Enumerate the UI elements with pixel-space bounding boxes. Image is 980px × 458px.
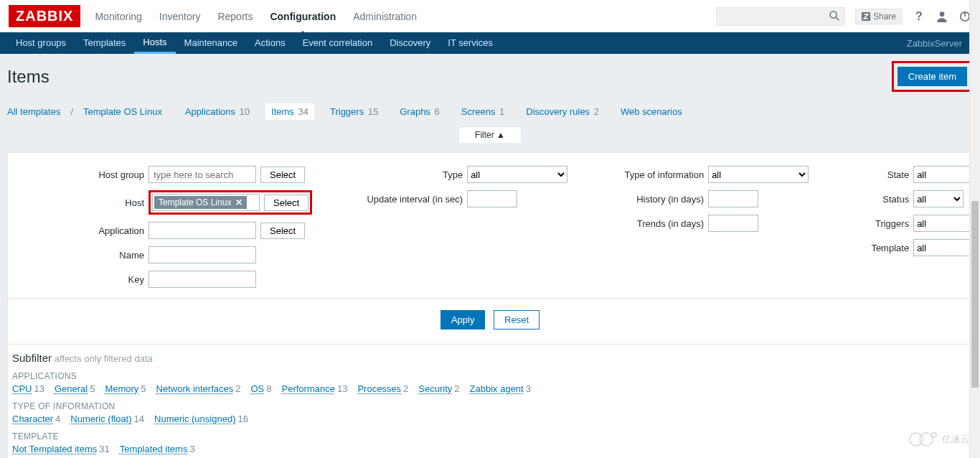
search-input[interactable] bbox=[721, 11, 829, 22]
update-input[interactable] bbox=[467, 190, 517, 207]
tab-items[interactable]: Items 34 bbox=[265, 103, 314, 120]
create-item-button[interactable]: Create item bbox=[897, 67, 967, 86]
type-label: Type bbox=[355, 169, 463, 180]
nav-actions[interactable]: Actions bbox=[246, 32, 294, 54]
subfilter-heading: TEMPLATE bbox=[12, 431, 968, 441]
nav-event-correlation[interactable]: Event correlation bbox=[294, 32, 382, 54]
template-label: Template bbox=[852, 243, 909, 253]
host-token: Template OS Linux ✕ bbox=[154, 196, 247, 209]
key-input[interactable] bbox=[149, 271, 256, 288]
nav-context: ZabbixServer bbox=[896, 38, 973, 49]
subfilter-item[interactable]: Security2 bbox=[418, 383, 459, 394]
trends-label: Trends (in days) bbox=[611, 218, 704, 229]
zabbix-z-icon bbox=[862, 12, 870, 21]
subfilter-item[interactable]: OS8 bbox=[250, 383, 271, 394]
brand-logo[interactable]: ZABBIX bbox=[9, 5, 80, 27]
subfilter-item[interactable]: CPU13 bbox=[12, 383, 44, 394]
subfilter-item[interactable]: Processes2 bbox=[357, 383, 408, 394]
tab-discovery-rules[interactable]: Discovery rules 2 bbox=[520, 103, 605, 120]
toi-select[interactable]: all bbox=[708, 166, 809, 183]
toi-label: Type of information bbox=[611, 169, 704, 180]
subfilter-item[interactable]: Templated items3 bbox=[120, 444, 195, 454]
host-field-highlight: Template OS Linux ✕ Select bbox=[149, 190, 312, 215]
application-input[interactable] bbox=[149, 222, 256, 239]
application-label: Application bbox=[72, 225, 144, 236]
apply-button[interactable]: Apply bbox=[440, 310, 486, 330]
topmenu-monitoring[interactable]: Monitoring bbox=[95, 11, 141, 22]
nav-hosts[interactable]: Hosts bbox=[134, 32, 175, 54]
hostgroup-label: Host group bbox=[72, 169, 144, 180]
host-label: Host bbox=[72, 197, 144, 208]
update-label: Update interval (in sec) bbox=[355, 194, 463, 205]
nav-templates[interactable]: Templates bbox=[75, 32, 134, 54]
subfilter-item[interactable]: Network interfaces2 bbox=[156, 383, 241, 394]
subfilter-item[interactable]: Performance13 bbox=[282, 383, 348, 394]
tab-triggers[interactable]: Triggers 15 bbox=[324, 103, 384, 120]
subfilter-item[interactable]: General5 bbox=[55, 383, 95, 394]
nav-it-services[interactable]: IT services bbox=[439, 32, 501, 54]
history-label: History (in days) bbox=[611, 194, 704, 205]
state-label: State bbox=[852, 169, 909, 180]
subfilter-item[interactable]: Numeric (float)14 bbox=[70, 413, 144, 424]
nav-maintenance[interactable]: Maintenance bbox=[176, 32, 246, 54]
hostgroup-select[interactable]: Select bbox=[260, 167, 305, 183]
hostgroup-input[interactable] bbox=[149, 166, 256, 183]
tab-web-scenarios[interactable]: Web scenarios bbox=[615, 103, 688, 120]
trends-input[interactable] bbox=[708, 215, 758, 232]
search-icon[interactable] bbox=[829, 10, 840, 23]
filter-toggle[interactable]: Filter ▲ bbox=[458, 126, 522, 143]
svg-point-3 bbox=[940, 11, 945, 17]
page-title: Items bbox=[7, 67, 50, 87]
nav-host-groups[interactable]: Host groups bbox=[7, 32, 75, 54]
reset-button[interactable]: Reset bbox=[494, 310, 540, 330]
subfilter-item[interactable]: Not Templated items31 bbox=[12, 444, 110, 454]
user-icon[interactable] bbox=[936, 10, 948, 23]
subfilter-item[interactable]: Zabbix agent3 bbox=[470, 383, 531, 394]
top-menu: MonitoringInventoryReportsConfigurationA… bbox=[95, 11, 416, 22]
triggers-label: Triggers bbox=[852, 218, 909, 229]
tab-screens[interactable]: Screens 1 bbox=[456, 103, 511, 120]
type-select[interactable]: all bbox=[467, 166, 567, 183]
help-icon[interactable]: ? bbox=[913, 10, 925, 23]
status-label: Status bbox=[852, 194, 909, 205]
tab-applications[interactable]: Applications 10 bbox=[179, 103, 255, 120]
scrollbar[interactable] bbox=[969, 0, 980, 458]
name-label: Name bbox=[72, 250, 144, 261]
subfilter-heading: TYPE OF INFORMATION bbox=[12, 401, 968, 411]
history-input[interactable] bbox=[708, 190, 758, 207]
bc-template-link[interactable]: Template OS Linux bbox=[83, 106, 162, 117]
subfilter-item[interactable]: Numeric (unsigned)16 bbox=[154, 413, 248, 424]
application-select[interactable]: Select bbox=[260, 223, 305, 239]
share-button[interactable]: Share bbox=[855, 9, 903, 24]
subfilter-heading: APPLICATIONS bbox=[12, 371, 968, 381]
subfilter-item[interactable]: Character4 bbox=[12, 413, 60, 424]
nav-discovery[interactable]: Discovery bbox=[381, 32, 439, 54]
topmenu-administration[interactable]: Administration bbox=[353, 11, 417, 22]
status-select[interactable]: all bbox=[913, 190, 963, 207]
host-select[interactable]: Select bbox=[264, 195, 308, 211]
subfilter-note: affects only filtered data bbox=[55, 353, 153, 364]
breadcrumb: All templates / Template OS Linux Applic… bbox=[7, 103, 973, 120]
svg-line-1 bbox=[836, 18, 839, 21]
topmenu-configuration[interactable]: Configuration bbox=[270, 11, 336, 22]
topmenu-inventory[interactable]: Inventory bbox=[159, 11, 201, 22]
svg-point-0 bbox=[830, 11, 837, 18]
key-label: Key bbox=[72, 274, 144, 285]
subfilter-item[interactable]: Memory5 bbox=[105, 383, 146, 394]
subfilter-title: Subfilter bbox=[12, 352, 52, 364]
global-search[interactable] bbox=[716, 7, 845, 26]
name-input[interactable] bbox=[149, 246, 256, 263]
bc-all-templates[interactable]: All templates bbox=[7, 106, 60, 117]
topmenu-reports[interactable]: Reports bbox=[217, 11, 253, 22]
tab-graphs[interactable]: Graphs 6 bbox=[394, 103, 445, 120]
create-item-highlight: Create item bbox=[892, 61, 973, 92]
host-input[interactable]: Template OS Linux ✕ bbox=[152, 194, 260, 211]
host-token-remove[interactable]: ✕ bbox=[235, 197, 242, 207]
